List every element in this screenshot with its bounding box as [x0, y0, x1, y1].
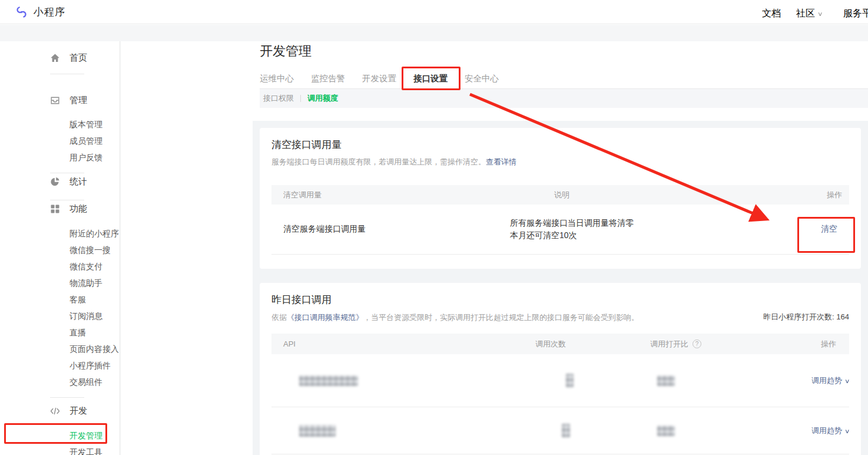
subtab-separator: [300, 95, 301, 102]
redacted-call-ratio: [657, 426, 675, 436]
table-row: 调用趋势∨: [271, 407, 849, 454]
sidebar-item-develop[interactable]: 开发: [0, 403, 120, 419]
sidebar-item-member-mgmt[interactable]: 成员管理: [0, 133, 120, 150]
sidebar-item-dev-management[interactable]: 开发管理: [0, 428, 120, 444]
sidebar-item-statistics[interactable]: 统计: [0, 173, 120, 190]
sidebar-item-label: 功能: [69, 203, 87, 215]
subtab-call-quota[interactable]: 调用额度: [307, 93, 338, 104]
column-header: 调用打开比 ?: [625, 339, 778, 350]
logo[interactable]: 小程序: [15, 5, 65, 19]
home-icon: [50, 53, 60, 63]
sidebar-item-version-mgmt[interactable]: 版本管理: [0, 117, 120, 133]
clear-quota-row-name: 清空服务端接口调用量: [271, 224, 495, 235]
yesterday-calls-description: 依据《接口调用频率规范》，当平台资源受限时，实际调用打开比超过规定上限的接口服务…: [271, 312, 639, 322]
table-header-row: API 调用次数 调用打开比 ? 操作: [271, 334, 849, 354]
management-icon: [50, 95, 60, 105]
open-count: 昨日小程序打开次数: 164: [763, 312, 849, 322]
sidebar-item-live[interactable]: 直播: [0, 325, 120, 341]
subtab-bar: 接口权限 调用额度: [260, 89, 868, 108]
clear-quota-description: 服务端接口每日调用额度有限，若调用量达上限，需操作清空。查看详情: [271, 157, 849, 167]
sidebar-item-trade-component[interactable]: 交易组件: [0, 374, 120, 391]
sidebar-item-label: 开发: [69, 405, 87, 417]
tab-monitor-alert[interactable]: 监控告警: [311, 72, 345, 90]
sidebar-item-features[interactable]: 功能: [0, 200, 120, 217]
chevron-down-icon: ∨: [844, 428, 850, 434]
logo-text: 小程序: [34, 5, 65, 19]
redacted-call-count: [562, 424, 570, 437]
sidebar: 首页 管理 版本管理 成员管理 用户反馈 统计 功能 附近的小程序 微信搜一搜 …: [0, 41, 120, 455]
clear-button[interactable]: 清空: [821, 224, 837, 233]
yesterday-calls-card: 昨日接口调用 依据《接口调用频率规范》，当平台资源受限时，实际调用打开比超过规定…: [260, 283, 861, 455]
column-header: 调用次数: [519, 339, 625, 350]
topbar: 小程序 文档 社区∨ 服务平台: [0, 0, 868, 24]
statistics-icon: [50, 177, 60, 187]
open-count-value: 164: [836, 312, 849, 321]
redacted-call-count: [566, 374, 574, 387]
yesterday-calls-table: API 调用次数 调用打开比 ? 操作 调用趋势∨ 调用趋势∨: [271, 334, 849, 454]
redacted-api-name: [299, 375, 358, 386]
table-row: 调用趋势∨: [271, 354, 849, 407]
sidebar-item-logistics[interactable]: 物流助手: [0, 275, 120, 292]
table-header-row: 清空调用量 说明 操作: [271, 185, 849, 205]
sidebar-item-label: 统计: [69, 176, 87, 187]
sidebar-item-wechat-pay[interactable]: 微信支付: [0, 259, 120, 275]
topnav-docs[interactable]: 文档: [762, 8, 781, 20]
topnav-community[interactable]: 社区∨: [796, 8, 822, 20]
tab-dev-settings[interactable]: 开发设置: [362, 72, 396, 90]
screen: 首页 管理 版本管理 成员管理 用户反馈 统计 功能 附近的小程序 微信搜一搜 …: [0, 0, 868, 455]
sidebar-item-customer-service[interactable]: 客服: [0, 292, 120, 308]
column-header: 操作: [761, 190, 849, 200]
sidebar-item-dev-tools[interactable]: 开发工具: [0, 444, 120, 455]
sidebar-item-label: 管理: [69, 95, 87, 106]
redacted-api-name: [299, 425, 336, 437]
clear-quota-table: 清空调用量 说明 操作 清空服务端接口调用量 所有服务端接口当日调用量将清零 本…: [271, 185, 849, 255]
sidebar-divider: [50, 397, 84, 398]
yesterday-calls-title: 昨日接口调用: [271, 294, 849, 306]
redacted-call-ratio: [657, 375, 675, 386]
call-trend-link[interactable]: 调用趋势∨: [811, 426, 849, 435]
sidebar-item-home[interactable]: 首页: [0, 50, 120, 66]
chevron-down-icon: ∨: [844, 378, 850, 384]
column-header: 说明: [495, 190, 761, 200]
rate-spec-link[interactable]: 《接口调用频率规范》: [287, 313, 363, 322]
tab-security-center[interactable]: 安全中心: [465, 72, 499, 90]
sidebar-item-wechat-search[interactable]: 微信搜一搜: [0, 242, 120, 259]
clear-quota-title: 清空接口调用量: [271, 139, 849, 151]
develop-code-icon: [50, 406, 60, 416]
clear-quota-card: 清空接口调用量 服务端接口每日调用额度有限，若调用量达上限，需操作清空。查看详情…: [260, 128, 861, 269]
table-row: 清空服务端接口调用量 所有服务端接口当日调用量将清零 本月还可清空10次 清空: [271, 205, 849, 255]
tab-api-settings[interactable]: 接口设置: [413, 72, 448, 90]
sidebar-item-miniprogram-plugin[interactable]: 小程序插件: [0, 358, 120, 374]
view-details-link[interactable]: 查看详情: [486, 157, 516, 166]
sidebar-divider: [50, 74, 84, 74]
sidebar-item-subscribe-message[interactable]: 订阅消息: [0, 308, 120, 325]
miniprogram-logo-icon: [15, 5, 28, 19]
page-title: 开发管理: [260, 42, 312, 60]
clear-quota-row-note: 所有服务端接口当日调用量将清零 本月还可清空10次: [495, 217, 761, 242]
column-header: 清空调用量: [271, 190, 495, 200]
features-icon: [50, 204, 60, 214]
topnav-service-platform[interactable]: 服务平台: [843, 8, 868, 20]
question-mark-icon[interactable]: ?: [693, 339, 701, 348]
tab-operations-center[interactable]: 运维中心: [260, 72, 294, 90]
call-trend-link[interactable]: 调用趋势∨: [811, 376, 849, 385]
tab-bar: 运维中心 监控告警 开发设置 接口设置 安全中心: [260, 72, 499, 90]
sidebar-item-nearby-miniprogram[interactable]: 附近的小程序: [0, 226, 120, 242]
column-header: 操作: [778, 339, 849, 350]
chevron-down-icon: ∨: [817, 11, 823, 17]
sidebar-item-label: 首页: [69, 52, 87, 64]
subtab-api-permission[interactable]: 接口权限: [263, 93, 294, 104]
column-header: API: [271, 339, 519, 348]
sidebar-item-user-feedback[interactable]: 用户反馈: [0, 150, 120, 166]
sidebar-item-page-content[interactable]: 页面内容接入: [0, 341, 120, 358]
sidebar-item-management[interactable]: 管理: [0, 92, 120, 108]
